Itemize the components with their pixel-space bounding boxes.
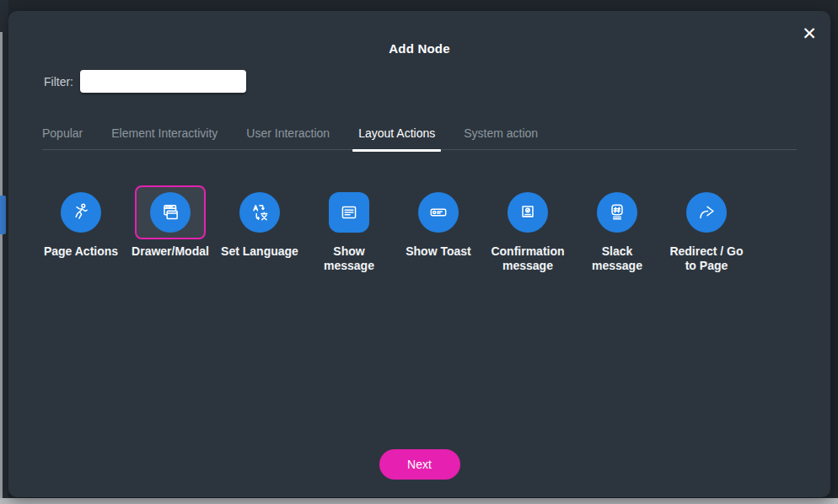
tab-bar: Popular Element Interactivity User Inter… <box>42 121 538 149</box>
background-blue-tab <box>0 196 6 234</box>
node-tile-page-actions[interactable]: Page Actions <box>36 185 126 272</box>
node-label: Show Toast <box>394 244 483 259</box>
redirect-arrow-icon <box>686 192 727 233</box>
filter-input[interactable] <box>80 70 246 93</box>
node-label: Slack message <box>572 244 662 272</box>
modal-title: Add Node <box>8 41 830 56</box>
node-tile-slack-message[interactable]: Slack message <box>572 185 662 272</box>
add-node-modal: Add Node ✕ Filter: Popular Element Inter… <box>8 11 830 497</box>
filter-row: Filter: <box>44 70 246 93</box>
node-tile-show-message[interactable]: Show message <box>304 185 394 272</box>
tab-user-interaction[interactable]: User Interaction <box>246 121 330 149</box>
filter-label: Filter: <box>44 75 73 88</box>
node-label: Show message <box>304 244 394 272</box>
next-button[interactable]: Next <box>379 449 460 480</box>
tab-element-interactivity[interactable]: Element Interactivity <box>111 121 218 149</box>
node-tile-drawer-modal[interactable]: Drawer/Modal <box>126 185 215 272</box>
tab-system-action[interactable]: System action <box>464 121 538 149</box>
node-label: Set Language <box>215 244 304 259</box>
background-scrollbar <box>0 32 3 498</box>
running-person-icon <box>61 192 101 233</box>
slack-hash-icon <box>597 192 637 233</box>
node-tile-confirmation-message[interactable]: Confirmation message <box>483 185 572 272</box>
node-label: Page Actions <box>36 244 126 259</box>
tab-popular[interactable]: Popular <box>42 121 83 149</box>
toast-bar-icon <box>418 192 459 233</box>
node-grid: Page Actions Drawer/Modal <box>36 185 751 272</box>
drawer-window-icon <box>150 192 191 233</box>
node-tile-redirect-go-to-page[interactable]: Redirect / Go to Page <box>662 185 751 272</box>
message-lines-icon <box>329 192 369 233</box>
confirm-dialog-icon <box>508 192 548 233</box>
node-label: Confirmation message <box>483 244 572 272</box>
close-icon[interactable]: ✕ <box>797 21 822 46</box>
node-tile-set-language[interactable]: Set Language <box>215 185 304 272</box>
node-label: Drawer/Modal <box>126 244 215 259</box>
tab-layout-actions[interactable]: Layout Actions <box>358 121 435 149</box>
node-tile-show-toast[interactable]: Show Toast <box>394 185 483 272</box>
node-label: Redirect / Go to Page <box>662 244 751 272</box>
background-bottom-strip <box>0 498 838 504</box>
translate-icon <box>239 192 280 233</box>
